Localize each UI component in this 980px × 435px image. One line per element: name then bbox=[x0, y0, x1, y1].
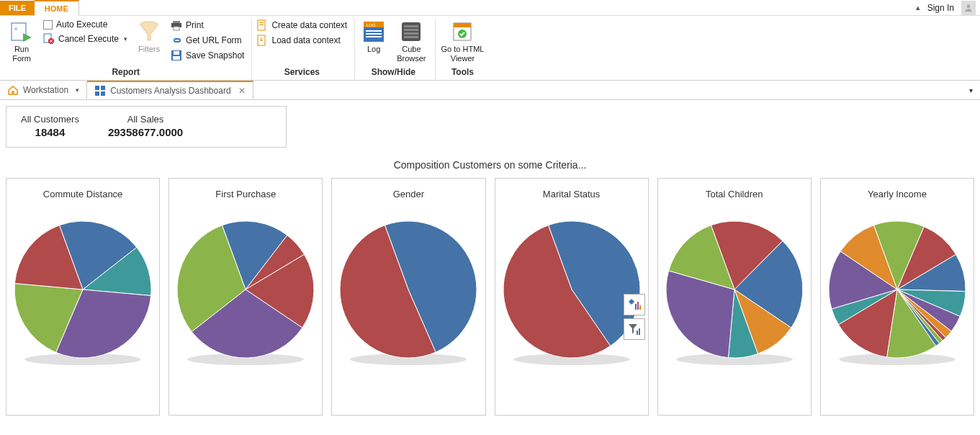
get-url-form-button[interactable]: Get URL Form bbox=[169, 34, 246, 47]
chart-card[interactable]: Marital Status bbox=[495, 178, 649, 416]
ribbon-group-label: Report bbox=[6, 65, 246, 79]
svg-rect-40 bbox=[635, 304, 637, 310]
chart-filter-button[interactable] bbox=[624, 318, 645, 340]
pie-chart bbox=[340, 221, 477, 358]
chart-card[interactable]: Commute Distance bbox=[6, 178, 160, 416]
section-title: Composition Customers on some Criteria..… bbox=[6, 159, 974, 171]
filters-button[interactable]: Filters bbox=[133, 19, 165, 55]
title-bar: FILE HOME ▴ Sign In bbox=[0, 0, 980, 16]
run-form-label: Run Form bbox=[12, 45, 31, 63]
save-icon bbox=[171, 50, 182, 61]
svg-rect-26 bbox=[404, 32, 418, 35]
svg-rect-21 bbox=[366, 33, 382, 35]
svg-rect-34 bbox=[101, 91, 105, 96]
pie-chart bbox=[503, 221, 640, 358]
chart-card[interactable]: Total Children bbox=[657, 178, 812, 416]
tab-workstation[interactable]: Workstation ▾ bbox=[0, 81, 87, 99]
auto-execute-checkbox[interactable]: Auto Execute bbox=[42, 19, 129, 30]
printer-icon bbox=[171, 19, 182, 31]
cube-browser-button[interactable]: Cube Browser bbox=[394, 19, 428, 65]
ribbon-group-label: Show/Hide bbox=[358, 65, 428, 79]
svg-marker-3 bbox=[23, 33, 32, 42]
svg-rect-15 bbox=[259, 24, 264, 25]
svg-rect-20 bbox=[366, 30, 382, 32]
ribbon: A Run Form Auto Execute Cancel Execute ▾ bbox=[0, 16, 980, 81]
stat-all-sales: All Sales 29358677.0000 bbox=[108, 114, 183, 138]
svg-rect-22 bbox=[366, 36, 382, 37]
create-data-context-button[interactable]: Create data context bbox=[255, 19, 349, 32]
svg-text:A: A bbox=[14, 27, 17, 31]
svg-point-0 bbox=[967, 4, 971, 8]
link-icon bbox=[171, 35, 182, 46]
svg-rect-42 bbox=[639, 305, 641, 310]
avatar-icon[interactable] bbox=[961, 1, 976, 15]
chart-card[interactable]: Yearly Income bbox=[820, 178, 974, 416]
chart-settings-button[interactable] bbox=[624, 294, 645, 315]
checkbox-icon bbox=[43, 20, 53, 30]
tabs-dropdown[interactable]: ▾ bbox=[962, 84, 980, 97]
chart-card[interactable]: Gender bbox=[331, 178, 485, 416]
file-tab[interactable]: FILE bbox=[0, 1, 35, 15]
dashboard-icon bbox=[94, 85, 106, 97]
svg-rect-12 bbox=[173, 56, 180, 60]
pie-chart bbox=[14, 221, 151, 358]
home-icon bbox=[7, 84, 19, 96]
ribbon-group-label: Services bbox=[255, 65, 349, 79]
funnel-icon bbox=[138, 20, 161, 43]
ribbon-group-report: A Run Form Auto Execute Cancel Execute ▾ bbox=[3, 19, 252, 80]
ribbon-group-showhide: LOG Log Cube Browser Show/Hide bbox=[355, 19, 435, 80]
svg-rect-27 bbox=[404, 36, 418, 38]
cancel-execute-icon bbox=[43, 33, 55, 45]
save-snapshot-button[interactable]: Save Snapshot bbox=[169, 49, 246, 62]
svg-rect-29 bbox=[454, 23, 471, 27]
chart-card[interactable]: First Purchase bbox=[168, 178, 323, 416]
dashboard-body: All Customers 18484 All Sales 29358677.0… bbox=[0, 100, 980, 421]
document-tabs: Workstation ▾ Customers Analysis Dashboa… bbox=[0, 81, 980, 100]
load-context-icon bbox=[256, 35, 268, 46]
pie-chart bbox=[666, 221, 803, 358]
svg-rect-41 bbox=[637, 302, 639, 310]
chevron-down-icon: ▾ bbox=[124, 35, 127, 42]
run-form-icon: A bbox=[10, 20, 33, 43]
svg-rect-25 bbox=[404, 29, 418, 31]
create-context-icon bbox=[256, 19, 268, 31]
stat-all-customers: All Customers 18484 bbox=[21, 114, 79, 138]
log-icon: LOG bbox=[362, 20, 385, 43]
chart-title: Gender bbox=[393, 189, 424, 199]
svg-rect-23 bbox=[402, 22, 421, 41]
svg-text:LOG: LOG bbox=[367, 23, 376, 27]
chart-title: Commute Distance bbox=[43, 189, 123, 199]
svg-rect-24 bbox=[404, 25, 418, 27]
run-form-button[interactable]: A Run Form bbox=[6, 19, 37, 65]
load-data-context-button[interactable]: Load data context bbox=[255, 34, 349, 47]
chart-title: Total Children bbox=[706, 189, 763, 199]
log-button[interactable]: LOG Log bbox=[358, 19, 390, 55]
cancel-execute-button[interactable]: Cancel Execute ▾ bbox=[42, 32, 129, 45]
svg-rect-33 bbox=[95, 91, 99, 96]
sign-in-link[interactable]: Sign In bbox=[927, 3, 954, 13]
chart-title: First Purchase bbox=[215, 189, 276, 199]
cube-icon bbox=[400, 20, 423, 43]
html-viewer-button[interactable]: Go to HTML Viewer bbox=[439, 19, 487, 65]
ribbon-group-tools: Go to HTML Viewer Tools bbox=[436, 19, 493, 80]
print-button[interactable]: Print bbox=[169, 19, 246, 32]
pie-chart bbox=[177, 221, 314, 358]
chart-title: Yearly Income bbox=[868, 189, 927, 199]
html-viewer-icon bbox=[451, 20, 474, 43]
chart-title: Marital Status bbox=[543, 189, 600, 199]
ribbon-group-label: Tools bbox=[439, 65, 487, 79]
svg-rect-9 bbox=[174, 27, 179, 30]
home-tab[interactable]: HOME bbox=[35, 0, 79, 16]
collapse-ribbon-icon[interactable]: ▴ bbox=[916, 3, 920, 12]
ribbon-group-services: Create data context Load data context Se… bbox=[252, 19, 355, 80]
close-icon[interactable]: ✕ bbox=[238, 86, 246, 96]
svg-rect-14 bbox=[259, 22, 264, 23]
pie-chart bbox=[829, 221, 966, 358]
svg-rect-31 bbox=[95, 86, 99, 90]
chevron-down-icon[interactable]: ▾ bbox=[76, 86, 79, 94]
stats-panel: All Customers 18484 All Sales 29358677.0… bbox=[6, 106, 287, 148]
tab-dashboard[interactable]: Customers Analysis Dashboard ✕ bbox=[87, 81, 253, 99]
chart-grid: Commute Distance First Purchase Gender M… bbox=[6, 178, 974, 416]
svg-rect-32 bbox=[101, 86, 105, 90]
svg-rect-11 bbox=[174, 51, 179, 55]
